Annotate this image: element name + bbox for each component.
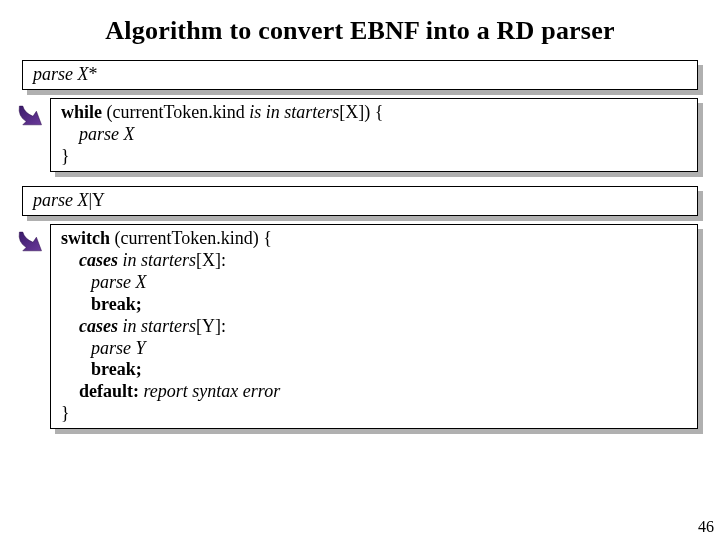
code2-content: switch (currentToken.kind) { cases in st… — [50, 224, 698, 430]
code1-content: while (currentToken.kind is in starters[… — [50, 98, 698, 172]
code2-l8b: report syntax error — [144, 381, 281, 401]
code2-line3: parse X — [61, 272, 687, 294]
code1-l1c: is in starters — [249, 102, 339, 122]
rule1-italic: parse X — [33, 64, 89, 84]
code2-l2b: [X]: — [196, 250, 226, 270]
arrow-code1-wrap: while (currentToken.kind is in starters[… — [18, 98, 702, 172]
kw-while: while — [61, 102, 107, 122]
code2-line7: break; — [61, 359, 687, 381]
code2-line1: switch (currentToken.kind) { — [61, 228, 687, 250]
kw-switch: switch — [61, 228, 115, 248]
code2-line2: cases in starters[X]: — [61, 250, 687, 272]
rule2-suffix: |Y — [89, 190, 106, 210]
rule-box-xstar: parse X* — [22, 60, 698, 90]
rule-label-xstar: parse X* — [22, 60, 698, 90]
code1-l1d: [X]) { — [339, 102, 383, 122]
rule2-italic: parse X — [33, 190, 89, 210]
code2-line6: parse Y — [61, 338, 687, 360]
code2-line8: default: report syntax error — [61, 381, 687, 403]
code-box-2: switch (currentToken.kind) { cases in st… — [50, 224, 698, 430]
code1-line3: } — [61, 146, 687, 168]
code2-l1b: (currentToken.kind) { — [115, 228, 272, 248]
arrow-icon — [16, 230, 50, 258]
code1-line2: parse X — [61, 124, 687, 146]
slide: Algorithm to convert EBNF into a RD pars… — [0, 0, 720, 540]
code2-line5: cases in starters[Y]: — [61, 316, 687, 338]
code2-line9: } — [61, 403, 687, 425]
arrow-icon — [16, 104, 50, 132]
code2-line4: break; — [61, 294, 687, 316]
kw-cases2a: cases — [79, 316, 118, 336]
rule-label-xy: parse X|Y — [22, 186, 698, 216]
rule1-suffix: * — [89, 64, 98, 84]
rule-box-xy: parse X|Y — [22, 186, 698, 216]
kw-default: default: — [79, 381, 144, 401]
code1-l1b: (currentToken.kind — [107, 102, 250, 122]
page-number: 46 — [698, 518, 714, 536]
code-box-1: while (currentToken.kind is in starters[… — [50, 98, 698, 172]
arrow-code2-wrap: switch (currentToken.kind) { cases in st… — [18, 224, 702, 430]
code1-line1: while (currentToken.kind is in starters[… — [61, 102, 687, 124]
slide-title: Algorithm to convert EBNF into a RD pars… — [18, 16, 702, 46]
kw-cases1a: cases — [79, 250, 118, 270]
code2-l5b: [Y]: — [196, 316, 226, 336]
